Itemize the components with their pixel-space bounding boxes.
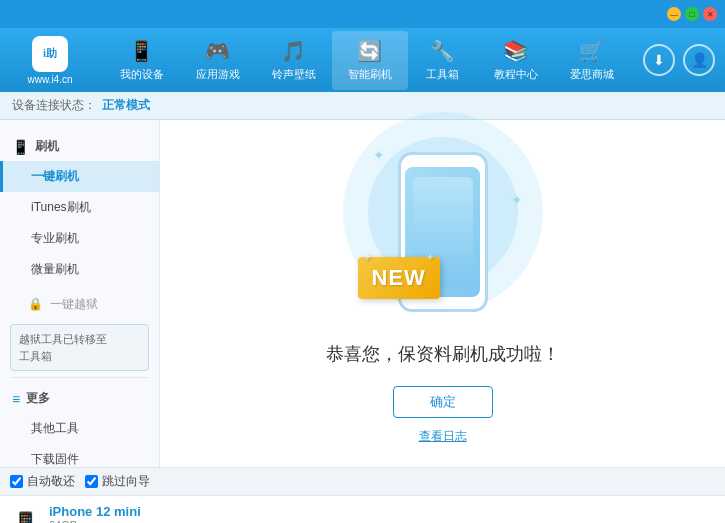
sidebar-section-flash: 📱 刷机 一键刷机 iTunes刷机 专业刷机 微量刷机	[0, 132, 159, 285]
sidebar-section-more-title: ≡ 更多	[0, 384, 159, 413]
smart-flash-label: 智能刷机	[348, 67, 392, 82]
download-firmware-label: 下载固件	[31, 452, 79, 466]
new-badge: ✦ NEW ✦	[358, 257, 438, 307]
sidebar-section-jailbreak: 🔒 一键越狱 越狱工具已转移至工具箱	[0, 289, 159, 371]
device-info: iPhone 12 mini 64GB Down-12mini-13,1	[49, 504, 713, 523]
sparkle-2: ✦	[511, 192, 523, 208]
store-label: 爱思商城	[570, 67, 614, 82]
flash-section-label: 刷机	[35, 138, 59, 155]
more-section-label: 更多	[26, 390, 50, 407]
status-label: 设备连接状态：	[12, 97, 96, 114]
pro-flash-label: 专业刷机	[31, 231, 79, 245]
flash-section-icon: 📱	[12, 139, 29, 155]
skip-wizard-label: 跳过向导	[102, 473, 150, 490]
auto-start-check[interactable]: 自动敬还	[10, 473, 75, 490]
skip-wizard-check[interactable]: 跳过向导	[85, 473, 150, 490]
nav-smart-flash[interactable]: 🔄 智能刷机	[332, 31, 408, 90]
nav-items: 📱 我的设备 🎮 应用游戏 🎵 铃声壁纸 🔄 智能刷机 🔧 工具箱 📚 教程中心…	[90, 31, 643, 90]
auto-start-label: 自动敬还	[27, 473, 75, 490]
device-icon: 📱	[12, 511, 39, 524]
device-storage: 64GB	[49, 519, 713, 523]
my-device-icon: 📱	[129, 39, 154, 63]
jailbreak-notice-text: 越狱工具已转移至工具箱	[19, 333, 107, 362]
status-value: 正常模式	[102, 97, 150, 114]
close-button[interactable]: ✕	[703, 7, 717, 21]
logo-text: www.i4.cn	[27, 74, 72, 85]
status-bar: 设备连接状态： 正常模式	[0, 92, 725, 120]
skip-wizard-checkbox[interactable]	[85, 475, 98, 488]
apps-games-label: 应用游戏	[196, 67, 240, 82]
main-content: 📱 刷机 一键刷机 iTunes刷机 专业刷机 微量刷机 🔒 一键越狱	[0, 120, 725, 467]
itunes-flash-label: iTunes刷机	[31, 200, 91, 214]
ringtone-label: 铃声壁纸	[272, 67, 316, 82]
tools-label: 工具箱	[426, 67, 459, 82]
nav-right: ⬇ 👤	[643, 44, 715, 76]
apps-games-icon: 🎮	[205, 39, 230, 63]
device-bar: 📱 iPhone 12 mini 64GB Down-12mini-13,1	[0, 495, 725, 523]
sidebar-section-more: ≡ 更多 其他工具 下载固件 高级功能	[0, 384, 159, 467]
phone-illustration: ✦ ✦ ✦ ✦ NEW ✦	[343, 142, 543, 322]
tutorials-label: 教程中心	[494, 67, 538, 82]
ringtone-icon: 🎵	[281, 39, 306, 63]
more-section-icon: ≡	[12, 391, 20, 407]
sidebar-item-one-click-flash[interactable]: 一键刷机	[0, 161, 159, 192]
sidebar: 📱 刷机 一键刷机 iTunes刷机 专业刷机 微量刷机 🔒 一键越狱	[0, 120, 160, 467]
title-bar: — □ ✕	[0, 0, 725, 28]
minimize-button[interactable]: —	[667, 7, 681, 21]
tutorials-icon: 📚	[503, 39, 528, 63]
nav-bar: i助 www.i4.cn 📱 我的设备 🎮 应用游戏 🎵 铃声壁纸 🔄 智能刷机…	[0, 28, 725, 92]
maximize-button[interactable]: □	[685, 7, 699, 21]
sidebar-item-micro-flash[interactable]: 微量刷机	[0, 254, 159, 285]
confirm-button[interactable]: 确定	[393, 386, 493, 418]
sparkle-1: ✦	[373, 147, 385, 163]
sidebar-item-download-firmware[interactable]: 下载固件	[0, 444, 159, 467]
sidebar-section-flash-title: 📱 刷机	[0, 132, 159, 161]
one-click-flash-label: 一键刷机	[31, 169, 79, 183]
sidebar-item-itunes-flash[interactable]: iTunes刷机	[0, 192, 159, 223]
download-button[interactable]: ⬇	[643, 44, 675, 76]
logo-icon: i助	[32, 36, 68, 72]
content-area: ✦ ✦ ✦ ✦ NEW ✦ 恭喜您，保资料刷机成功啦！ 确定 查看日志	[160, 120, 725, 467]
auto-start-checkbox[interactable]	[10, 475, 23, 488]
store-icon: 🛒	[579, 39, 604, 63]
tools-icon: 🔧	[430, 39, 455, 63]
window-controls: — □ ✕	[667, 7, 717, 21]
sidebar-divider	[10, 377, 149, 378]
my-device-label: 我的设备	[120, 67, 164, 82]
logo: i助 www.i4.cn	[10, 36, 90, 85]
nav-tutorials[interactable]: 📚 教程中心	[478, 31, 554, 90]
jailbreak-notice: 越狱工具已转移至工具箱	[10, 324, 149, 371]
nav-apps-games[interactable]: 🎮 应用游戏	[180, 31, 256, 90]
device-name: iPhone 12 mini	[49, 504, 713, 519]
nav-my-device[interactable]: 📱 我的设备	[104, 31, 180, 90]
new-badge-ribbon: ✦ NEW ✦	[358, 257, 440, 299]
nav-ringtone[interactable]: 🎵 铃声壁纸	[256, 31, 332, 90]
micro-flash-label: 微量刷机	[31, 262, 79, 276]
other-tools-label: 其他工具	[31, 421, 79, 435]
sidebar-item-pro-flash[interactable]: 专业刷机	[0, 223, 159, 254]
sidebar-jailbreak-title: 🔒 一键越狱	[0, 289, 159, 320]
nav-tools[interactable]: 🔧 工具箱	[408, 31, 478, 90]
nav-store[interactable]: 🛒 爱思商城	[554, 31, 630, 90]
bottom-bar: 自动敬还 跳过向导	[0, 467, 725, 495]
success-message: 恭喜您，保资料刷机成功啦！	[326, 342, 560, 366]
jailbreak-label: 一键越狱	[50, 297, 98, 311]
user-button[interactable]: 👤	[683, 44, 715, 76]
diary-link[interactable]: 查看日志	[419, 428, 467, 445]
sidebar-item-other-tools[interactable]: 其他工具	[0, 413, 159, 444]
smart-flash-icon: 🔄	[357, 39, 382, 63]
